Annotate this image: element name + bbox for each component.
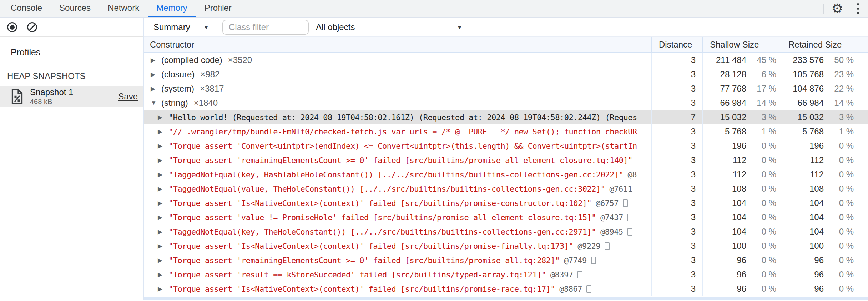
retained-size-value: 233 576 <box>781 55 824 65</box>
grid-body: ▶ (compiled code) ×3520 3 211 484 45 % 2… <box>144 53 868 296</box>
record-heap-snapshot-icon[interactable] <box>7 22 17 32</box>
disclosure-triangle-icon[interactable]: ▶ <box>151 85 161 93</box>
chevron-down-icon: ▼ <box>203 24 209 30</box>
constructor-cell: ▶ "TaggedNotEqual(key, TheHoleConstant()… <box>144 224 651 239</box>
constructor-cell: ▶ "Hello world! (Requested at: 2024-08-1… <box>144 110 651 124</box>
retained-size-cell: 15 032 3 % <box>781 110 868 124</box>
table-row[interactable]: ▼ (string) ×1840 3 66 984 14 % 66 984 14… <box>144 96 868 110</box>
constructor-label: (closure) <box>161 69 195 79</box>
distance-cell: 3 <box>651 267 702 282</box>
retained-size-percent: 0 % <box>824 169 854 179</box>
table-row[interactable]: ▶ "Torque assert 'Convert<uintptr>(endIn… <box>144 139 868 153</box>
shallow-size-value: 96 <box>703 284 746 294</box>
table-row[interactable]: ▶ "Torque assert 'remainingElementsCount… <box>144 253 868 267</box>
snapshot-view-toolbar: Summary ▼ All objects ▼ <box>144 18 868 37</box>
tab-network[interactable]: Network <box>99 0 148 17</box>
table-row[interactable]: ▶ "TaggedNotEqual(key, TheHoleConstant()… <box>144 224 868 239</box>
disclosure-triangle-icon[interactable]: ▶ <box>158 228 168 236</box>
constructor-label: "TaggedNotEqual(key, TheHoleConstant()) … <box>168 227 596 236</box>
distance-cell: 3 <box>651 167 702 182</box>
disclosure-triangle-icon[interactable]: ▶ <box>158 285 168 293</box>
table-row[interactable]: ▶ (closure) ×982 3 28 128 6 % 105 768 23… <box>144 67 868 82</box>
table-row[interactable]: ▶ "Torque assert 'Is<NativeContext>(cont… <box>144 196 868 210</box>
table-row[interactable]: ▶ "TaggedNotEqual(key, HashTableHoleCons… <box>144 167 868 182</box>
constructor-cell: ▶ (compiled code) ×3520 <box>144 53 651 67</box>
retained-size-cell: 96 0 % <box>781 267 868 282</box>
retained-size-cell: 100 0 % <box>781 239 868 253</box>
perspective-select-value: Summary <box>153 22 190 32</box>
shallow-size-cell: 104 0 % <box>702 210 781 224</box>
shallow-size-percent: 0 % <box>746 212 776 222</box>
object-box-icon <box>605 242 610 250</box>
column-header-constructor[interactable]: Constructor <box>144 40 651 50</box>
save-snapshot-link[interactable]: Save <box>118 92 138 102</box>
object-id: @8397 <box>550 270 573 279</box>
shallow-size-value: 66 984 <box>703 98 746 108</box>
class-filter-input[interactable] <box>222 20 309 35</box>
retained-size-value: 15 032 <box>781 112 824 122</box>
table-row[interactable]: ▶ "Hello world! (Requested at: 2024-08-1… <box>144 110 868 124</box>
devtools-content: Profiles HEAP SNAPSHOTS Snapshot 1 468 k… <box>0 18 868 300</box>
distance-cell: 3 <box>651 139 702 153</box>
retained-size-cell: 104 876 22 % <box>781 82 868 96</box>
shallow-size-percent: 0 % <box>746 255 776 265</box>
objects-filter-select[interactable]: All objects ▼ <box>316 22 462 32</box>
disclosure-triangle-icon[interactable]: ▶ <box>158 214 168 221</box>
column-header-retained-size[interactable]: Retained Size <box>781 37 868 52</box>
table-row[interactable]: ▶ (compiled code) ×3520 3 211 484 45 % 2… <box>144 53 868 67</box>
settings-gear-icon[interactable]: ⚙ <box>827 0 848 17</box>
distance-cell: 3 <box>651 53 702 67</box>
object-id: @8867 <box>559 285 582 293</box>
tab-memory[interactable]: Memory <box>148 0 196 17</box>
retained-size-percent: 23 % <box>824 69 854 79</box>
object-id: @7611 <box>610 184 632 193</box>
table-row[interactable]: ▶ "Torque assert 'result == kStoreSucced… <box>144 267 868 282</box>
disclosure-triangle-icon[interactable]: ▼ <box>151 99 161 107</box>
clear-profiles-icon[interactable] <box>27 22 37 32</box>
disclosure-triangle-icon[interactable]: ▶ <box>158 114 168 121</box>
table-row[interactable]: ▶ "// .wrangler/tmp/bundle-FmNIt0/checke… <box>144 124 868 139</box>
shallow-size-percent: 1 % <box>746 127 776 137</box>
disclosure-triangle-icon[interactable]: ▶ <box>158 242 168 250</box>
disclosure-triangle-icon[interactable]: ▶ <box>158 271 168 278</box>
perspective-select[interactable]: Summary ▼ <box>153 22 209 32</box>
shallow-size-value: 28 128 <box>703 69 746 79</box>
table-row[interactable]: ▶ "Torque assert 'remainingElementsCount… <box>144 153 868 167</box>
constructor-label: "Torque assert 'value != PromiseHole' fa… <box>168 213 596 222</box>
profiles-sidebar: Profiles HEAP SNAPSHOTS Snapshot 1 468 k… <box>0 18 144 300</box>
table-row[interactable]: ▶ "Torque assert 'value != PromiseHole' … <box>144 210 868 224</box>
table-row[interactable]: ▶ "Torque assert 'Is<NativeContext>(cont… <box>144 282 868 296</box>
column-header-distance[interactable]: Distance <box>651 37 702 52</box>
retained-size-cell: 196 0 % <box>781 139 868 153</box>
tab-sources[interactable]: Sources <box>51 0 99 17</box>
shallow-size-cell: 104 0 % <box>702 196 781 210</box>
snapshot-list-item[interactable]: Snapshot 1 468 kB Save <box>0 86 143 107</box>
constructor-cell: ▶ "Torque assert 'value != PromiseHole' … <box>144 210 651 224</box>
disclosure-triangle-icon[interactable]: ▶ <box>158 257 168 264</box>
table-row[interactable]: ▶ "Torque assert 'Is<NativeContext>(cont… <box>144 239 868 253</box>
table-row[interactable]: ▶ "TaggedNotEqual(value, TheHoleConstant… <box>144 182 868 196</box>
tabbar-divider <box>823 4 824 14</box>
retained-size-percent: 50 % <box>824 55 854 65</box>
disclosure-triangle-icon[interactable]: ▶ <box>158 128 168 135</box>
distance-cell: 3 <box>651 239 702 253</box>
disclosure-triangle-icon[interactable]: ▶ <box>158 171 168 178</box>
disclosure-triangle-icon[interactable]: ▶ <box>158 199 168 207</box>
tab-console[interactable]: Console <box>2 0 51 17</box>
column-header-shallow-size[interactable]: Shallow Size <box>702 37 781 52</box>
constructor-label: "Torque assert 'Is<NativeContext>(contex… <box>168 285 555 293</box>
disclosure-triangle-icon[interactable]: ▶ <box>151 71 161 78</box>
table-row[interactable]: ▶ (system) ×3817 3 77 768 17 % 104 876 2… <box>144 82 868 96</box>
object-box-icon <box>586 285 591 293</box>
disclosure-triangle-icon[interactable]: ▶ <box>158 142 168 150</box>
shallow-size-percent: 0 % <box>746 141 776 151</box>
shallow-size-percent: 14 % <box>746 98 776 108</box>
retained-size-value: 104 <box>781 227 824 237</box>
disclosure-triangle-icon[interactable]: ▶ <box>158 157 168 164</box>
retained-size-percent: 0 % <box>824 284 854 294</box>
retained-size-cell: 105 768 23 % <box>781 67 868 82</box>
more-options-kebab-icon[interactable] <box>848 0 868 17</box>
disclosure-triangle-icon[interactable]: ▶ <box>158 185 168 193</box>
disclosure-triangle-icon[interactable]: ▶ <box>151 56 161 64</box>
tab-profiler[interactable]: Profiler <box>196 0 240 17</box>
